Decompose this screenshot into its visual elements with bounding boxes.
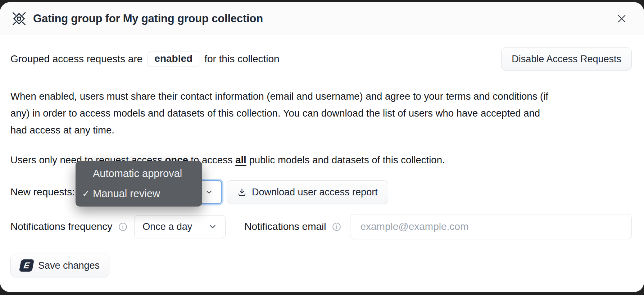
close-icon xyxy=(616,13,627,24)
modal-body: Grouped access requests are enabled for … xyxy=(0,35,644,292)
notifications-email-input[interactable] xyxy=(350,214,632,239)
notifications-email-label: Notifications email xyxy=(244,221,326,232)
notifications-row: Notifications frequency Once a day Notif… xyxy=(10,214,632,239)
modal-header: Gating group for My gating group collect… xyxy=(0,2,644,35)
chevron-down-icon xyxy=(205,188,213,196)
download-report-button[interactable]: Download user access report xyxy=(227,180,388,204)
description-paragraph: When enabled, users must share their con… xyxy=(10,88,552,139)
notifications-frequency-select[interactable]: Once a day xyxy=(134,215,226,238)
save-changes-label: Save changes xyxy=(38,260,100,271)
download-report-label: Download user access report xyxy=(252,187,378,198)
notifications-frequency-label: Notifications frequency xyxy=(10,221,112,232)
status-text: Grouped access requests are enabled for … xyxy=(10,51,280,67)
info-icon[interactable] xyxy=(332,222,341,232)
download-icon xyxy=(237,187,247,197)
check-icon: ✓ xyxy=(82,188,93,199)
dropdown-option-manual-review[interactable]: ✓ Manual review xyxy=(76,184,202,204)
status-badge: enabled xyxy=(148,51,199,67)
chevron-down-icon xyxy=(208,222,217,231)
save-changes-button[interactable]: E Save changes xyxy=(10,254,109,277)
info-icon[interactable] xyxy=(118,222,128,232)
gating-group-modal: Gating group for My gating group collect… xyxy=(0,2,644,292)
status-row: Grouped access requests are enabled for … xyxy=(10,47,632,71)
dropdown-option-label: Manual review xyxy=(93,188,160,200)
dropdown-option-automatic-approval[interactable]: Automatic approval xyxy=(76,164,202,184)
new-requests-dropdown-popup: Automatic approval ✓ Manual review xyxy=(76,161,202,206)
status-prefix: Grouped access requests are xyxy=(10,53,142,65)
status-suffix: for this collection xyxy=(204,53,280,65)
disable-access-requests-button[interactable]: Disable Access Requests xyxy=(501,47,632,71)
dropdown-option-label: Automatic approval xyxy=(93,168,182,180)
enterprise-icon: E xyxy=(19,259,35,272)
modal-title: Gating group for My gating group collect… xyxy=(33,12,263,25)
new-requests-row: New requests: Manual review Download use… xyxy=(10,180,632,204)
close-button[interactable] xyxy=(614,11,630,27)
gating-group-icon xyxy=(11,11,27,27)
note-suffix: public models and datasets of this colle… xyxy=(246,154,445,165)
note-emphasis-all: all xyxy=(235,154,246,165)
frequency-selected-value: Once a day xyxy=(142,221,192,232)
new-requests-label: New requests: xyxy=(10,186,75,198)
